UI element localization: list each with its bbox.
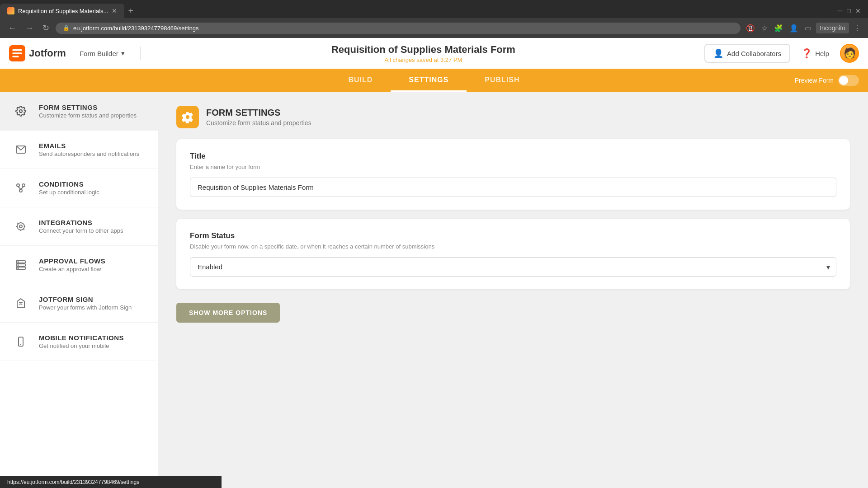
address-bar[interactable]: 🔒 eu.jotform.com/build/231393247798469/s… [56,23,741,34]
integrations-sublabel: Connect your form to other apps [39,227,123,234]
jotform-logo[interactable]: Jotform [9,45,66,61]
conditions-sublabel: Set up conditional logic [39,189,99,196]
preview-toggle[interactable] [838,75,859,86]
title-label: Title [190,152,836,161]
add-collaborators-label: Add Collaborators [727,50,781,57]
sidebar-item-integrations[interactable]: INTEGRATIONS Connect your form to other … [0,207,158,246]
svg-rect-2 [12,52,22,54]
mobile-icon [11,332,31,352]
url-text: eu.jotform.com/build/231393247798469/set… [73,25,199,32]
help-circle-icon: ❓ [801,48,812,59]
form-title: Requisition of Supplies Materials Form [151,44,695,56]
content-subtitle: Customize form status and properties [206,119,311,127]
svg-line-9 [18,187,21,189]
help-label: Help [815,50,829,57]
content-title: FORM SETTINGS [206,108,311,118]
minimize-button[interactable]: ─ [837,7,842,15]
browser-tab[interactable]: Requisition of Supplies Materials... ✕ [0,4,124,18]
mobile-notifications-text: MOBILE NOTIFICATIONS Get notified on you… [39,334,124,349]
logo-text: Jotform [29,47,66,59]
mobile-notifications-label: MOBILE NOTIFICATIONS [39,334,124,342]
bookmark-icon[interactable]: ☆ [760,22,769,34]
sidebar-item-emails[interactable]: EMAILS Send autoresponders and notificat… [0,131,158,169]
svg-point-8 [19,189,22,192]
svg-rect-3 [12,56,19,57]
user-plus-icon: 👤 [713,48,723,58]
title-input[interactable] [190,178,836,197]
refresh-button[interactable]: ↻ [40,21,52,35]
maximize-button[interactable]: □ [847,7,851,14]
tab-build[interactable]: BUILD [330,70,391,92]
sidebar-item-mobile-notifications[interactable]: MOBILE NOTIFICATIONS Get notified on you… [0,323,158,361]
sidebar: FORM SETTINGS Customize form status and … [0,92,158,488]
sidebar-item-approval-flows[interactable]: APPROVAL FLOWS Create an approval flow [0,246,158,284]
emails-sublabel: Send autoresponders and notifications [39,150,139,157]
show-more-button[interactable]: SHOW MORE OPTIONS [176,303,280,323]
svg-rect-1 [12,49,22,51]
main-layout: FORM SETTINGS Customize form status and … [0,92,868,488]
form-settings-sublabel: Customize form status and properties [39,112,137,119]
approval-flows-label: APPROVAL FLOWS [39,257,105,265]
tab-navigation: BUILD SETTINGS PUBLISH Preview Form [0,69,868,92]
tab-settings[interactable]: SETTINGS [391,70,467,92]
tab-close-button[interactable]: ✕ [112,7,117,14]
tab-publish[interactable]: PUBLISH [467,70,538,92]
status-label: Form Status [190,231,836,240]
gear-icon [11,101,31,121]
form-settings-text: FORM SETTINGS Customize form status and … [39,103,137,119]
forward-button[interactable]: → [23,22,36,35]
svg-point-6 [17,184,19,187]
jotform-sign-text: JOTFORM SIGN Power your forms with Jotfo… [39,296,132,311]
emails-label: EMAILS [39,142,139,150]
form-builder-dropdown[interactable]: Form Builder ▾ [75,47,129,60]
logo-icon [9,45,25,61]
help-button[interactable]: ❓ Help [796,44,835,62]
jotform-sign-sublabel: Power your forms with Jotform Sign [39,304,132,311]
close-button[interactable]: ✕ [855,7,861,14]
status-card: Form Status Disable your form now, on a … [176,219,850,289]
content-header: FORM SETTINGS Customize form status and … [176,106,850,128]
tab-title: Requisition of Supplies Materials... [18,8,108,14]
integrations-icon [11,216,31,236]
content-header-text: FORM SETTINGS Customize form status and … [206,108,311,127]
sidebar-item-conditions[interactable]: CONDITIONS Set up conditional logic [0,169,158,207]
approval-flows-icon [11,255,31,275]
new-tab-button[interactable]: + [128,6,133,16]
svg-line-15 [17,223,18,223]
svg-point-12 [17,223,24,230]
incognito-label: Incognito [816,23,849,33]
screen-share-icon[interactable]: 📵 [744,22,757,34]
svg-point-11 [19,225,22,228]
profile-icon[interactable]: 👤 [788,22,800,34]
status-bar: https://eu.jotform.com/build/23139324779… [0,476,222,488]
approval-flows-sublabel: Create an approval flow [39,266,105,272]
preview-form-label: Preview Form [795,77,834,84]
lock-icon: 🔒 [63,25,70,31]
back-button[interactable]: ← [5,22,19,35]
conditions-text: CONDITIONS Set up conditional logic [39,180,99,196]
status-select[interactable]: Enabled Disabled [190,257,836,277]
conditions-label: CONDITIONS [39,180,99,188]
approval-flows-text: APPROVAL FLOWS Create an approval flow [39,257,105,272]
header-center: Requisition of Supplies Materials Form A… [151,44,695,63]
avatar[interactable]: 🧑 [840,44,859,63]
status-description: Disable your form now, on a specific dat… [190,243,836,250]
menu-icon[interactable]: ⋮ [852,22,863,34]
svg-line-16 [24,229,24,230]
content-header-icon [176,106,199,128]
title-card: Title Enter a name for your form [176,139,850,210]
sidebar-icon[interactable]: ▭ [803,22,813,34]
sidebar-item-jotform-sign[interactable]: JOTFORM SIGN Power your forms with Jotfo… [0,284,158,323]
mobile-notifications-sublabel: Get notified on your mobile [39,343,124,349]
app-header: Jotform Form Builder ▾ Requisition of Su… [0,38,868,69]
divider [140,47,141,60]
extensions-icon[interactable]: 🧩 [772,22,785,34]
status-select-wrapper: Enabled Disabled ▾ [190,257,836,277]
svg-line-10 [21,187,24,189]
settings-header-icon [181,111,194,123]
saved-status: All changes saved at 3:27 PM [151,56,695,63]
integrations-label: INTEGRATIONS [39,219,123,226]
add-collaborators-button[interactable]: 👤 Add Collaborators [704,44,790,63]
sidebar-item-form-settings[interactable]: FORM SETTINGS Customize form status and … [0,92,158,131]
form-builder-label: Form Builder [80,50,118,57]
